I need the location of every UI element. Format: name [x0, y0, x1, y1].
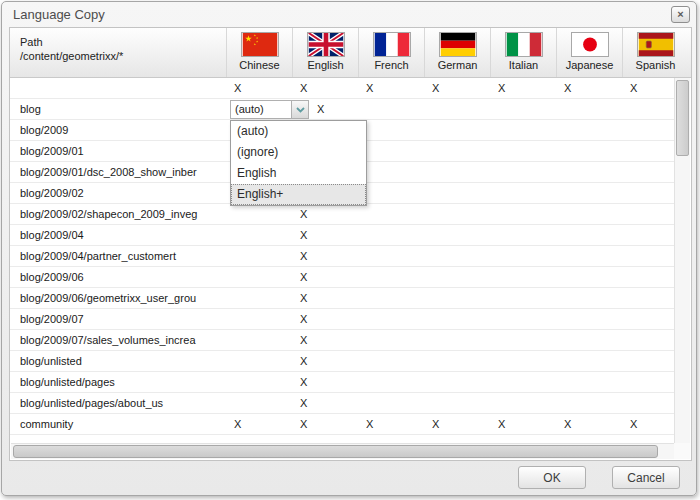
language-select[interactable]: (auto) [230, 100, 309, 119]
mark-cell[interactable]: X [292, 204, 358, 224]
mark-cell[interactable] [490, 204, 556, 224]
path-cell[interactable]: community [10, 414, 226, 434]
column-header-chinese[interactable]: Chinese [226, 28, 292, 77]
mark-cell[interactable] [556, 204, 622, 224]
mark-cell[interactable] [490, 225, 556, 245]
path-cell[interactable]: blog/2009/07 [10, 309, 226, 329]
mark-cell[interactable] [490, 246, 556, 266]
mark-cell[interactable]: X [424, 78, 490, 98]
horizontal-scrollbar[interactable] [11, 443, 675, 459]
path-cell[interactable]: blog/unlisted/pages/about_us [10, 393, 226, 413]
mark-cell[interactable] [490, 162, 556, 182]
mark-cell[interactable] [424, 141, 490, 161]
mark-cell[interactable] [424, 372, 490, 392]
vertical-scrollbar[interactable] [674, 78, 690, 443]
cancel-button[interactable]: Cancel [612, 466, 680, 489]
mark-cell[interactable]: X [226, 414, 292, 434]
mark-cell[interactable] [358, 330, 424, 350]
mark-cell[interactable] [226, 393, 292, 413]
mark-cell[interactable] [226, 288, 292, 308]
mark-cell[interactable] [490, 120, 556, 140]
mark-cell[interactable] [490, 267, 556, 287]
mark-cell[interactable]: X [490, 78, 556, 98]
mark-cell[interactable] [226, 330, 292, 350]
column-header-french[interactable]: French [358, 28, 424, 77]
mark-cell[interactable] [226, 225, 292, 245]
mark-cell[interactable] [556, 330, 622, 350]
mark-cell[interactable]: X [292, 309, 358, 329]
mark-cell[interactable] [490, 288, 556, 308]
mark-cell[interactable] [358, 162, 424, 182]
mark-cell[interactable] [226, 351, 292, 371]
mark-cell[interactable] [358, 141, 424, 161]
mark-cell[interactable] [226, 372, 292, 392]
dropdown-option[interactable]: (ignore) [231, 142, 366, 163]
mark-cell[interactable]: X [424, 414, 490, 434]
path-cell[interactable]: blog [10, 99, 226, 119]
mark-cell[interactable] [556, 351, 622, 371]
path-cell[interactable]: blog/2009/07/sales_volumes_increa [10, 330, 226, 350]
dropdown-option[interactable]: English [231, 163, 366, 184]
horizontal-scrollbar-thumb[interactable] [13, 445, 658, 458]
mark-cell[interactable] [424, 99, 490, 119]
mark-cell[interactable]: X [490, 414, 556, 434]
mark-cell[interactable] [358, 351, 424, 371]
mark-cell[interactable]: X [358, 414, 424, 434]
mark-cell[interactable] [490, 99, 556, 119]
mark-cell[interactable] [556, 225, 622, 245]
mark-cell[interactable] [424, 288, 490, 308]
language-select-value[interactable]: (auto) [230, 100, 291, 119]
path-cell[interactable]: blog/2009/06/geometrixx_user_grou [10, 288, 226, 308]
mark-cell[interactable] [490, 141, 556, 161]
dropdown-option[interactable]: (auto) [231, 121, 366, 142]
mark-cell[interactable] [358, 372, 424, 392]
mark-cell[interactable] [424, 267, 490, 287]
path-cell[interactable]: blog/unlisted [10, 351, 226, 371]
mark-cell[interactable]: X [292, 393, 358, 413]
column-header-german[interactable]: German [424, 28, 490, 77]
path-cell[interactable]: blog/2009/02 [10, 183, 226, 203]
mark-cell[interactable] [226, 309, 292, 329]
mark-cell[interactable] [226, 204, 292, 224]
dropdown-option[interactable]: English+ [231, 184, 366, 205]
mark-cell[interactable] [424, 183, 490, 203]
mark-cell[interactable] [424, 330, 490, 350]
path-cell[interactable]: blog/unlisted/pages [10, 372, 226, 392]
mark-cell[interactable] [358, 204, 424, 224]
mark-cell[interactable] [556, 141, 622, 161]
mark-cell[interactable] [358, 225, 424, 245]
chevron-down-icon[interactable] [291, 100, 309, 119]
mark-cell[interactable] [424, 162, 490, 182]
mark-cell[interactable] [556, 288, 622, 308]
mark-cell[interactable] [490, 330, 556, 350]
mark-cell[interactable]: X [292, 78, 358, 98]
mark-cell[interactable] [424, 351, 490, 371]
mark-cell[interactable] [490, 309, 556, 329]
mark-cell[interactable]: X [292, 330, 358, 350]
mark-cell[interactable] [424, 225, 490, 245]
mark-cell[interactable] [226, 267, 292, 287]
mark-cell[interactable] [490, 183, 556, 203]
path-cell[interactable]: blog/2009/04/partner_customert [10, 246, 226, 266]
path-cell[interactable] [10, 78, 226, 98]
mark-cell[interactable]: X [292, 414, 358, 434]
path-cell[interactable]: blog/2009/01/dsc_2008_show_inber [10, 162, 226, 182]
mark-cell[interactable]: X [292, 351, 358, 371]
path-cell[interactable]: blog/2009/01 [10, 141, 226, 161]
mark-cell[interactable] [424, 120, 490, 140]
mark-cell[interactable] [556, 183, 622, 203]
mark-cell[interactable]: X [358, 78, 424, 98]
mark-cell[interactable] [358, 246, 424, 266]
path-cell[interactable]: blog/2009 [10, 120, 226, 140]
column-header-spanish[interactable]: Spanish [622, 28, 688, 77]
mark-cell[interactable]: X [292, 372, 358, 392]
mark-cell[interactable] [358, 99, 424, 119]
mark-cell[interactable]: X [292, 288, 358, 308]
path-cell[interactable]: blog/2009/02/shapecon_2009_inveg [10, 204, 226, 224]
mark-cell[interactable] [358, 393, 424, 413]
mark-cell[interactable] [556, 267, 622, 287]
column-header-italian[interactable]: Italian [490, 28, 556, 77]
mark-cell[interactable] [226, 246, 292, 266]
mark-cell[interactable]: X [292, 225, 358, 245]
mark-cell[interactable] [490, 393, 556, 413]
